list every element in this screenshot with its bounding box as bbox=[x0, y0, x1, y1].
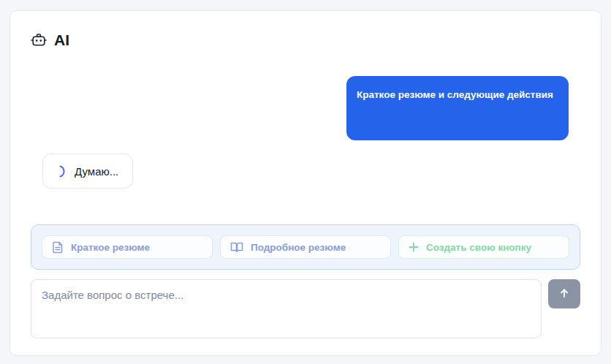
user-message-text: Краткое резюме и следующие действия bbox=[357, 89, 553, 100]
suggestion-label: Создать свою кнопку bbox=[426, 242, 531, 253]
arrow-up-icon bbox=[558, 287, 570, 301]
send-button[interactable] bbox=[548, 279, 580, 308]
book-open-icon bbox=[230, 241, 243, 253]
page: { "header": { "title": "AI", "icon": "ro… bbox=[0, 0, 611, 364]
thinking-label: Думаю... bbox=[75, 165, 118, 178]
message-list: Краткое резюме и следующие действия Дума… bbox=[31, 76, 580, 189]
chat-header: AI bbox=[31, 31, 580, 49]
user-message-bubble: Краткое резюме и следующие действия bbox=[346, 76, 569, 140]
file-text-icon bbox=[52, 241, 64, 254]
chat-panel: AI Краткое резюме и следующие действия Д… bbox=[10, 10, 601, 356]
moon-spinner-icon bbox=[57, 165, 68, 178]
plus-icon bbox=[409, 242, 419, 252]
short-summary-button[interactable]: Краткое резюме bbox=[42, 235, 213, 259]
robot-icon bbox=[31, 32, 47, 48]
question-input[interactable] bbox=[31, 279, 542, 338]
assistant-thinking-bubble: Думаю... bbox=[42, 153, 133, 189]
detailed-summary-button[interactable]: Подробное резюме bbox=[220, 235, 391, 259]
suggestion-label: Краткое резюме bbox=[71, 242, 150, 253]
create-custom-button[interactable]: Создать свою кнопку bbox=[398, 235, 569, 259]
page-title: AI bbox=[54, 31, 69, 49]
composer bbox=[31, 279, 580, 338]
suggestions-panel: Краткое резюме Подробное резюме Создать … bbox=[31, 224, 580, 270]
suggestion-label: Подробное резюме bbox=[251, 242, 346, 253]
